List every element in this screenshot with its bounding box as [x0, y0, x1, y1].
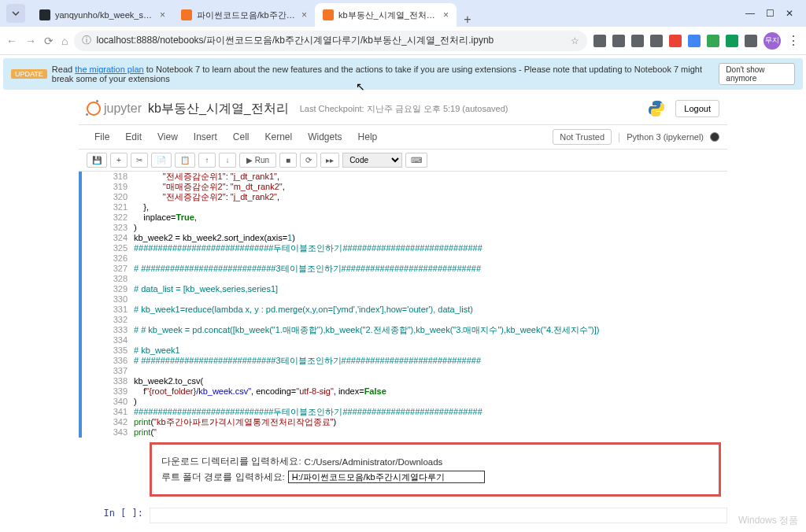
empty-code-input[interactable]: [150, 508, 727, 523]
notebook-container: 318 "전세증감순위1": "j_dt_rank1",319 "매매증감순위2…: [79, 172, 727, 526]
ext-icon[interactable]: [745, 35, 757, 47]
run-button[interactable]: ▶ Run: [239, 153, 276, 168]
code-line: 336# ############################3테이블조인하…: [110, 356, 719, 366]
code-line: 332: [110, 315, 719, 325]
code-line: 326: [110, 253, 719, 264]
windows-watermark: Windows 정품: [738, 514, 798, 527]
jupyter-icon: [323, 9, 334, 20]
browser-tab-strip: yanqyunho/kb_week_series_pr... × 파이썬코드모음…: [0, 0, 806, 27]
cell-type-select[interactable]: Code: [342, 153, 402, 168]
ext-icon[interactable]: [650, 35, 663, 47]
ext-icon[interactable]: [631, 35, 644, 47]
code-line: 321 },: [110, 202, 719, 212]
restart-button[interactable]: ⟳: [300, 153, 317, 168]
code-line: 319 "매매증감순위2": "m_dt_rank2",: [110, 182, 719, 192]
url-text: localhost:8888/notebooks/파이썬코드모음/kb주간시계열…: [96, 34, 566, 47]
stdin-input[interactable]: [288, 471, 485, 483]
browser-tab-2[interactable]: 파이썬코드모음/kb주간시계열... ×: [173, 3, 315, 27]
ext-icon[interactable]: [726, 35, 738, 47]
code-line: 329# data_list = [kb_week,series,series1…: [110, 284, 719, 294]
menu-cell[interactable]: Cell: [225, 128, 257, 146]
minimize-icon[interactable]: —: [745, 8, 755, 19]
move-down-button[interactable]: ↓: [219, 153, 236, 168]
migration-banner: UPDATE Read the migration plan to Notebo…: [3, 58, 803, 90]
output-value-1: C:/Users/Administrator/Downloads: [305, 457, 443, 467]
checkpoint-text: Last Checkpoint: 지난주 금요일 오후 5:19 (autosa…: [300, 103, 508, 115]
code-line: 341#############################두테이블조인하기…: [110, 407, 719, 417]
output-prompt-1: 다운로드 디렉터리를 입력하세요:: [161, 456, 301, 467]
code-line: 327# ############################3테이블조인하…: [110, 264, 719, 274]
address-bar-row: ← → ⟳ ⌂ ⓘ localhost:8888/notebooks/파이썬코드…: [0, 27, 806, 55]
code-line: 322 inplace=True,: [110, 212, 719, 223]
code-line: 333# # kb_week = pd.concat([kb_week("1.매…: [110, 325, 719, 335]
command-palette-button[interactable]: ⌨: [405, 153, 427, 168]
jupyter-logo-icon: [87, 102, 101, 116]
code-line: 325#############################두테이블조인하기…: [110, 243, 719, 253]
profile-avatar[interactable]: 무지: [763, 32, 781, 50]
close-icon[interactable]: ×: [443, 9, 449, 20]
ext-icon[interactable]: [612, 35, 625, 47]
browser-tab-1[interactable]: yanqyunho/kb_week_series_pr... ×: [31, 3, 173, 27]
kernel-status-icon: [710, 132, 719, 142]
close-icon[interactable]: ×: [160, 9, 165, 20]
cut-button[interactable]: ✂: [131, 153, 148, 168]
banner-text: Read the migration plan to Notebook 7 to…: [52, 65, 719, 83]
update-badge: UPDATE: [11, 69, 47, 79]
jupyter-logo[interactable]: jupyter: [87, 102, 142, 116]
dismiss-banner-button[interactable]: Don't show anymore: [719, 63, 795, 85]
jupyter-menubar: File Edit View Insert Cell Kernel Widget…: [79, 124, 727, 150]
menu-edit[interactable]: Edit: [117, 128, 150, 146]
tab-title: yanqyunho/kb_week_series_pr...: [55, 10, 155, 20]
address-bar[interactable]: ⓘ localhost:8888/notebooks/파이썬코드모음/kb주간시…: [74, 31, 587, 51]
new-tab-button[interactable]: +: [457, 13, 479, 27]
home-icon[interactable]: ⌂: [61, 35, 68, 47]
back-icon[interactable]: ←: [6, 35, 17, 47]
logout-button[interactable]: Logout: [675, 100, 719, 117]
menu-icon[interactable]: ⋮: [787, 33, 800, 48]
tab-title: 파이썬코드모음/kb주간시계열...: [197, 9, 297, 21]
ext-icon[interactable]: [593, 35, 606, 47]
stop-button[interactable]: ■: [279, 153, 297, 168]
code-line: 343print(": [110, 427, 719, 438]
code-line: 331# kb_week1=reduce(lambda x, y : pd.me…: [110, 305, 719, 315]
github-icon: [39, 9, 50, 20]
paste-button[interactable]: 📋: [175, 153, 195, 168]
ext-icon[interactable]: [669, 35, 682, 47]
code-line: 342print("kb주간아파트가격시계열통계전처리작업종료"): [110, 417, 719, 427]
ext-icon[interactable]: [688, 35, 701, 47]
close-icon[interactable]: ×: [301, 9, 307, 20]
code-cell[interactable]: 318 "전세증감순위1": "j_dt_rank1",319 "매매증감순위2…: [79, 172, 727, 438]
browser-tab-3[interactable]: kb부동산_시계열_전처리 - Jup... ×: [315, 3, 457, 27]
code-editor[interactable]: 318 "전세증감순위1": "j_dt_rank1",319 "매매증감순위2…: [110, 172, 727, 438]
fast-forward-button[interactable]: ▸▸: [320, 153, 339, 168]
bookmark-icon[interactable]: ☆: [571, 35, 579, 46]
move-up-button[interactable]: ↑: [198, 153, 216, 168]
copy-button[interactable]: 📄: [151, 153, 172, 168]
menu-kernel[interactable]: Kernel: [257, 128, 301, 146]
migration-plan-link[interactable]: the migration plan: [75, 65, 143, 74]
input-prompt: In [ ]:: [79, 508, 150, 523]
code-line: 323): [110, 223, 719, 233]
reload-icon[interactable]: ⟳: [44, 35, 54, 47]
window-controls: — ☐ ✕: [739, 8, 800, 19]
add-cell-button[interactable]: +: [110, 153, 128, 168]
code-line: 337: [110, 366, 719, 376]
jupyter-logo-text: jupyter: [104, 102, 142, 116]
maximize-icon[interactable]: ☐: [766, 8, 775, 19]
empty-code-cell[interactable]: In [ ]:: [79, 504, 727, 526]
ext-icon[interactable]: [707, 35, 719, 47]
kernel-name[interactable]: Python 3 (ipykernel): [627, 132, 704, 142]
site-info-icon[interactable]: ⓘ: [82, 34, 91, 47]
menu-widgets[interactable]: Widgets: [300, 128, 349, 146]
close-window-icon[interactable]: ✕: [786, 8, 793, 19]
menu-view[interactable]: View: [150, 128, 186, 146]
save-button[interactable]: 💾: [87, 153, 107, 168]
notebook-name[interactable]: kb부동산_시계열_전처리: [148, 101, 289, 117]
menu-insert[interactable]: Insert: [186, 128, 225, 146]
forward-icon[interactable]: →: [25, 35, 36, 47]
trusted-badge[interactable]: Not Trusted: [553, 129, 612, 145]
cell-output: 다운로드 디렉터리를 입력하세요: C:/Users/Administrator…: [150, 442, 721, 497]
search-tabs-button[interactable]: [6, 4, 25, 23]
menu-help[interactable]: Help: [350, 128, 386, 146]
menu-file[interactable]: File: [87, 128, 117, 146]
